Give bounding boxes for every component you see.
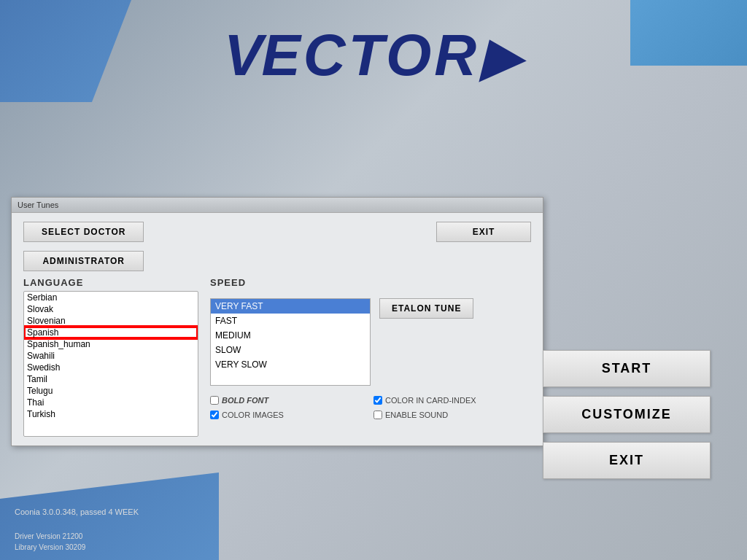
speed-item[interactable]: FAST (211, 314, 370, 328)
language-label: LANGUAGE (23, 277, 198, 288)
right-panel: SPEED VERY FASTFASTMEDIUMSLOWVERY SLOW E… (210, 277, 531, 437)
speed-item[interactable]: SLOW (211, 343, 370, 357)
color-card-index-label: COLOR IN CARD-INDEX (385, 396, 476, 405)
speed-section: VERY FASTFASTMEDIUMSLOWVERY SLOW ETALON … (210, 298, 531, 386)
user-tunes-dialog: User Tunes SELECT DOCTOR ADMINISTRATOR E… (11, 197, 543, 446)
speed-item[interactable]: VERY SLOW (211, 357, 370, 372)
driver-version: Driver Version 21200 (15, 531, 85, 542)
top-row: SELECT DOCTOR ADMINISTRATOR EXIT (23, 222, 531, 271)
bold-font-label: BOLD FONT (222, 396, 268, 405)
enable-sound-label: ENABLE SOUND (385, 411, 448, 419)
vector-v: V (224, 23, 261, 88)
speed-item[interactable]: MEDIUM (211, 328, 370, 343)
speed-list: VERY FASTFASTMEDIUMSLOWVERY SLOW (210, 298, 371, 386)
dialog-content: SELECT DOCTOR ADMINISTRATOR EXIT LANGUAG… (12, 213, 543, 446)
select-doctor-button[interactable]: SELECT DOCTOR (23, 222, 144, 242)
main-area: LANGUAGE SerbianSlovakSlovenianSpanishSp… (23, 277, 531, 437)
administrator-button[interactable]: ADMINISTRATOR (23, 251, 144, 271)
speed-item[interactable]: VERY FAST (211, 299, 370, 314)
program-info: Coonia 3.0.0.348, passed 4 WEEK (15, 508, 139, 516)
exit-button[interactable]: EXIT (543, 442, 711, 479)
color-images-label: COLOR IMAGES (222, 411, 284, 419)
dialog-titlebar: User Tunes (12, 198, 543, 213)
enable-sound-checkbox-item: ENABLE SOUND (374, 411, 531, 419)
version-area: Driver Version 21200 Library Version 302… (15, 531, 85, 553)
bold-font-checkbox-item: BOLD FONT (210, 396, 368, 405)
dialog-title: User Tunes (18, 201, 58, 209)
logo-arrow-icon: ▶ (481, 29, 523, 86)
logo-area: VECTOR▶ (224, 22, 523, 89)
color-images-checkbox-item: COLOR IMAGES (210, 411, 368, 419)
checkboxes-area: BOLD FONT COLOR IN CARD-INDEX COLOR IMAG… (210, 396, 531, 419)
enable-sound-checkbox[interactable] (374, 411, 382, 419)
vector-rest: ECTOR (261, 23, 479, 88)
start-button[interactable]: START (543, 350, 711, 387)
language-list[interactable]: SerbianSlovakSlovenianSpanishSpanish_hum… (23, 291, 198, 437)
left-top-buttons: SELECT DOCTOR ADMINISTRATOR (23, 222, 144, 271)
color-card-index-checkbox[interactable] (374, 396, 382, 405)
right-buttons-panel: START CUSTOMIZE EXIT (543, 350, 711, 479)
color-images-checkbox[interactable] (210, 411, 219, 419)
status-area: Coonia 3.0.0.348, passed 4 WEEK (15, 508, 139, 516)
color-card-index-checkbox-item: COLOR IN CARD-INDEX (374, 396, 531, 405)
dialog-exit-button[interactable]: EXIT (436, 222, 531, 242)
etalon-tune-button[interactable]: ETALON TUNE (379, 298, 473, 319)
decorative-rect-topright (630, 0, 747, 66)
library-version: Library Version 30209 (15, 542, 85, 553)
customize-button[interactable]: CUSTOMIZE (543, 396, 711, 433)
speed-label: SPEED (210, 277, 531, 288)
language-panel: LANGUAGE SerbianSlovakSlovenianSpanishSp… (23, 277, 198, 437)
bold-font-checkbox[interactable] (210, 396, 219, 405)
logo-text: VECTOR▶ (224, 22, 523, 89)
